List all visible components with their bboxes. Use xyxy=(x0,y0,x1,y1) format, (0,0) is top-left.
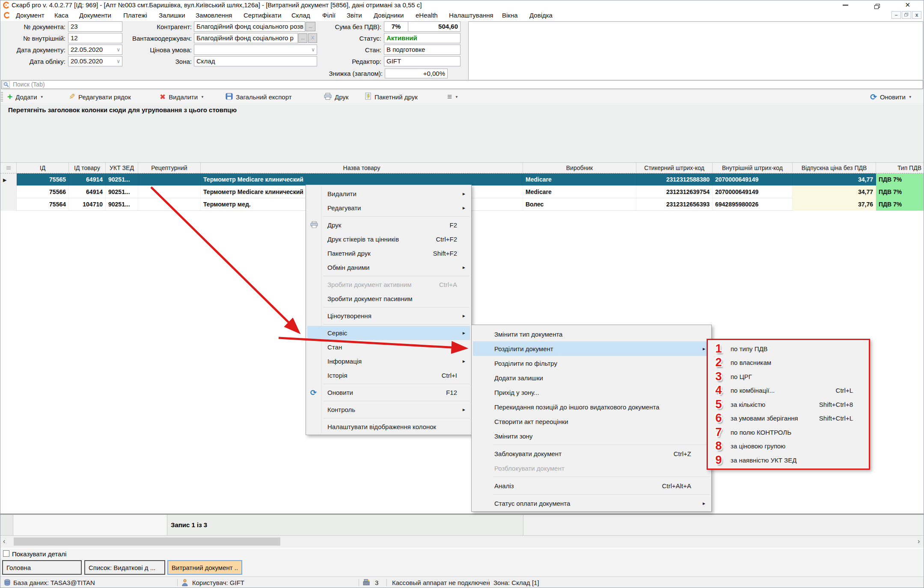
column-header-product-id[interactable]: ІД товару xyxy=(69,163,106,173)
zone-field[interactable]: Склад xyxy=(194,56,317,66)
menu-kasa[interactable]: Каса xyxy=(53,10,70,21)
grid-cell[interactable]: ПДВ 7% xyxy=(876,198,924,211)
print-button[interactable]: Друк xyxy=(324,91,348,102)
grid-cell[interactable]: 75565 xyxy=(17,173,69,186)
account-date-dropdown-icon[interactable] xyxy=(116,57,120,66)
scroll-left-icon[interactable] xyxy=(3,536,5,548)
grid-cell[interactable]: 64914 xyxy=(69,186,106,198)
grid-cell[interactable]: 34,77 xyxy=(793,186,876,198)
menu-item-by-combination[interactable]: по комбінації...Ctrl+L xyxy=(709,383,868,397)
menu-item-delete[interactable]: Видалити xyxy=(307,187,470,201)
menu-nalashtuvannia[interactable]: Налаштування xyxy=(447,10,495,21)
grid-cell[interactable]: 104710 xyxy=(69,198,106,211)
menu-item-by-price-group[interactable]: за ціновою групою xyxy=(709,439,868,453)
grid-cell[interactable]: 2312312588380 xyxy=(636,173,713,186)
grid-cell[interactable] xyxy=(138,173,201,186)
show-details-checkbox[interactable] xyxy=(3,550,9,557)
column-header-sticker-barcode[interactable]: Стикерний штрих-код xyxy=(636,163,713,173)
menu-item-configure-columns[interactable]: Налаштувати відображення колонок xyxy=(307,420,470,434)
menu-item-split-by-filter[interactable]: Розділити по фільтру xyxy=(473,356,710,370)
menu-zalyshky[interactable]: Залишки xyxy=(157,10,187,21)
menu-item-by-storage-conditions[interactable]: за умовами зберіганняShift+Ctrl+L xyxy=(709,411,868,425)
menu-item-payment-status[interactable]: Статус оплати документа xyxy=(473,496,710,510)
tab-document-list[interactable]: Список: Видаткові д ... xyxy=(84,560,165,575)
grid-cell[interactable]: 37,76 xyxy=(793,198,876,211)
add-button[interactable]: Додати xyxy=(7,91,44,102)
tab-expense-document[interactable]: Витратний документ .. xyxy=(167,560,242,575)
menu-item-data-exchange[interactable]: Обмін даними xyxy=(307,260,470,275)
grid-cell[interactable]: Medicare xyxy=(523,186,636,198)
menu-item-by-owners[interactable]: по власникам xyxy=(709,355,868,369)
menu-item-print[interactable]: ДрукF2 xyxy=(307,218,470,232)
consignee-browse-button[interactable]: ... xyxy=(298,33,307,43)
menu-sertyfikaty[interactable]: Сертифікати xyxy=(242,10,283,21)
menu-zamovlennia[interactable]: Замовлення xyxy=(194,10,234,21)
column-header-price[interactable]: Відпускна ціна без ПДВ xyxy=(793,163,876,173)
grid-cell[interactable]: ПДВ 7% xyxy=(876,186,924,198)
menu-item-information[interactable]: Інформація xyxy=(307,354,470,368)
grid-cell[interactable]: Medicare xyxy=(523,173,636,186)
close-button[interactable] xyxy=(905,0,910,9)
toolbar-grip[interactable] xyxy=(1,92,3,101)
menu-platezhi[interactable]: Платежі xyxy=(122,10,149,21)
grid-cell[interactable]: 64914 xyxy=(69,173,106,186)
minimize-button[interactable] xyxy=(843,5,848,6)
grid-cell[interactable]: 75566 xyxy=(17,186,69,198)
menu-item-service[interactable]: Сервіс xyxy=(307,326,470,340)
grid-cell[interactable]: ПДВ 7% xyxy=(876,173,924,186)
grid-cell[interactable]: 2070000649149 xyxy=(713,173,793,186)
grid-cell[interactable]: 2070000649149 xyxy=(713,186,793,198)
grid-row-selected[interactable]: 75565 64914 90251... Термометр Medicare … xyxy=(0,173,924,186)
menu-dokument[interactable]: Документ xyxy=(14,10,46,21)
menu-item-create-revaluation-act[interactable]: Створити акт переоцінки xyxy=(473,414,710,429)
group-by-panel[interactable]: Перетягніть заголовок колонки сюди для у… xyxy=(0,103,924,162)
column-header-internal-barcode[interactable]: Внутрішній штрих-код xyxy=(713,163,793,173)
grid-cell[interactable]: 2312312656393 xyxy=(636,198,713,211)
menu-item-pricing[interactable]: Ціноутворення xyxy=(307,309,470,323)
grid-cell[interactable]: Волес xyxy=(523,198,636,211)
menu-item-control[interactable]: Контроль xyxy=(307,403,470,417)
grid-cell[interactable]: 6942895980026 xyxy=(713,198,793,211)
mdi-minimize-button[interactable] xyxy=(891,11,901,19)
contractor-field[interactable]: Благодійний фонд соціального розв xyxy=(194,21,305,32)
grid-cell[interactable]: 90251... xyxy=(106,173,138,186)
grid-cell[interactable] xyxy=(138,186,201,198)
menu-zvity[interactable]: Звіти xyxy=(345,10,364,21)
menu-item-change-zone[interactable]: Змінити зону xyxy=(473,429,710,443)
doc-date-field[interactable]: 22.05.2020 xyxy=(68,45,122,55)
delete-button[interactable]: Видалити xyxy=(160,91,204,102)
menu-sklad[interactable]: Склад xyxy=(290,10,312,21)
refresh-button[interactable]: Оновити xyxy=(870,91,912,102)
menu-dovidnyky[interactable]: Довідники xyxy=(372,10,405,21)
export-button[interactable]: Загальний експорт xyxy=(226,91,292,102)
menu-item-edit[interactable]: Редагувати xyxy=(307,201,470,215)
scroll-right-icon[interactable] xyxy=(918,536,920,548)
grid-cell[interactable]: 34,77 xyxy=(793,173,876,186)
grid-cell[interactable] xyxy=(138,198,201,211)
grid-cell[interactable]: 2312312639754 xyxy=(636,186,713,198)
grid-cell[interactable]: 90251... xyxy=(106,186,138,198)
menu-dokumenty[interactable]: Документи xyxy=(77,10,113,21)
column-list-button[interactable] xyxy=(447,91,458,102)
menu-item-by-crg[interactable]: по ЦРГ xyxy=(709,370,868,383)
notes-area[interactable] xyxy=(468,21,923,85)
discount-field[interactable]: +0,00% xyxy=(385,69,448,78)
menu-item-lock-document[interactable]: Заблокувати документCtrl+Z xyxy=(473,446,710,461)
edit-row-button[interactable]: Редагувати рядок xyxy=(69,91,131,102)
horizontal-scrollbar[interactable] xyxy=(0,536,924,548)
menu-ehealth[interactable]: eHealth xyxy=(414,10,440,21)
menu-item-by-control-field[interactable]: по полю КОНТРОЛЬ xyxy=(709,425,868,439)
menu-item-print-stickers[interactable]: Друк стікерів та цінниківCtrl+F2 xyxy=(307,232,470,246)
mdi-close-button[interactable] xyxy=(912,11,921,19)
column-header-recipe[interactable]: Рецептурний xyxy=(138,163,201,173)
search-input[interactable]: Поиск (Tab) xyxy=(1,80,923,89)
menu-dovidka[interactable]: Довідка xyxy=(528,10,554,21)
account-date-field[interactable]: 20.05.2020 xyxy=(68,56,122,66)
menu-item-move-positions[interactable]: Перекидання позицій до іншого видатковог… xyxy=(473,400,710,414)
grid-cell[interactable]: Термометр Medicare клинический xyxy=(201,173,523,186)
menu-item-history[interactable]: ІсторіяCtrl+I xyxy=(307,368,470,382)
menu-item-by-vat-type[interactable]: по типу ПДВ xyxy=(709,342,868,355)
menu-item-analysis[interactable]: АналізCtrl+Alt+A xyxy=(473,478,710,493)
menu-item-change-doc-type[interactable]: Змінити тип документа xyxy=(473,327,710,341)
menu-item-state[interactable]: Стан xyxy=(307,340,470,354)
